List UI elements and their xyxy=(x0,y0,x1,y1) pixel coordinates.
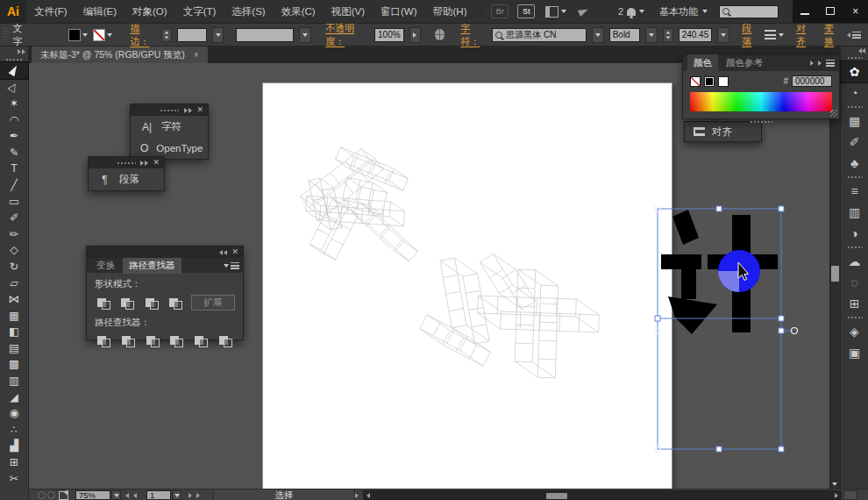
curvature-tool[interactable]: ✎ xyxy=(0,144,28,161)
none-swatch[interactable] xyxy=(690,76,701,87)
arrange-documents-button[interactable] xyxy=(545,6,566,18)
menu-对象(O)[interactable]: 对象(O) xyxy=(125,0,175,23)
transparency-icon[interactable]: ◑ xyxy=(841,223,868,244)
menu-视图(V)[interactable]: 视图(V) xyxy=(324,0,373,23)
opacity-arrow[interactable] xyxy=(409,27,421,43)
bridge-button[interactable]: Br xyxy=(491,4,509,18)
crop-button[interactable] xyxy=(167,333,186,348)
paintbrush-tool[interactable]: ✐ xyxy=(0,209,28,225)
panel-header-icons[interactable] xyxy=(810,60,839,67)
panel-collapse-icon[interactable] xyxy=(847,32,861,39)
close-button[interactable]: × xyxy=(845,5,866,18)
artboard-navigation[interactable]: 1 xyxy=(146,489,181,500)
align-link[interactable]: 对齐 xyxy=(796,22,814,48)
exclude-button[interactable] xyxy=(167,296,184,311)
swatches-icon[interactable]: ▦ xyxy=(841,111,868,132)
scroll-left-arrow[interactable] xyxy=(366,493,370,498)
character-item[interactable]: A|字符 xyxy=(131,116,208,138)
blend-tool[interactable]: ◉ xyxy=(0,404,28,421)
perspective-grid-tool[interactable]: ▤ xyxy=(0,339,28,356)
notifications-button[interactable]: 2 xyxy=(618,6,644,17)
maximize-button[interactable] xyxy=(820,5,841,18)
character-link[interactable]: 字符： xyxy=(460,22,487,48)
artboard-tool[interactable]: ⊞ xyxy=(0,454,28,470)
rectangle-tool[interactable]: ▭ xyxy=(0,193,28,210)
selection-box[interactable] xyxy=(655,206,798,452)
selection-tool[interactable] xyxy=(0,62,28,79)
tab-变换[interactable]: 变换 xyxy=(90,258,121,274)
font-style-dropdown[interactable] xyxy=(645,27,658,43)
stock-button[interactable]: St xyxy=(517,4,535,18)
line-segment-tool[interactable]: ╱ xyxy=(0,176,28,193)
font-size-field[interactable]: 240.45 xyxy=(679,28,713,42)
trim-button[interactable] xyxy=(119,333,138,348)
free-transform-tool[interactable]: ▦ xyxy=(0,307,28,324)
selection-handle[interactable] xyxy=(779,316,784,321)
panel-header[interactable]: ✕ xyxy=(89,157,164,168)
artboard-dropdown[interactable] xyxy=(172,490,181,500)
stroke-color-control[interactable] xyxy=(93,29,112,41)
zoom-field[interactable]: 75% xyxy=(75,490,110,500)
menu-帮助(H)[interactable]: 帮助(H) xyxy=(425,0,475,23)
search-input[interactable] xyxy=(719,5,779,18)
direct-selection-tool[interactable]: △ xyxy=(0,79,28,96)
black-swatch[interactable] xyxy=(704,76,715,87)
type-tool[interactable]: T xyxy=(0,161,28,177)
libraries-icon[interactable]: ◌ xyxy=(841,272,868,293)
paragraph-item[interactable]: ¶段落 xyxy=(89,168,164,190)
close-icon[interactable]: ✕ xyxy=(153,159,160,167)
selection-handle[interactable] xyxy=(655,316,660,321)
tab-close-icon[interactable]: × xyxy=(194,50,199,60)
symbol-sprayer-tool[interactable]: ∴ xyxy=(0,421,28,438)
navigator-icon[interactable]: ▣ xyxy=(841,342,868,363)
gradient-icon[interactable]: ▥ xyxy=(841,202,868,223)
color-panel-icon[interactable]: ✿ xyxy=(841,61,868,82)
width-tool[interactable]: ⋈ xyxy=(0,290,28,307)
color-guide-icon[interactable]: ◔ xyxy=(841,82,868,104)
scroll-right-arrow[interactable] xyxy=(835,493,838,498)
layers-icon[interactable]: ◈ xyxy=(841,321,868,342)
paragraph-link[interactable]: 段落 xyxy=(742,22,759,48)
stroke-icon[interactable]: ≡ xyxy=(841,181,868,202)
stroke-link[interactable]: 描边： xyxy=(130,22,156,48)
artboard-number-field[interactable]: 1 xyxy=(146,490,171,500)
divide-button[interactable] xyxy=(95,333,113,348)
font-family-dropdown[interactable] xyxy=(592,27,604,43)
scroll-down-arrow[interactable] xyxy=(832,482,837,486)
selection-handle[interactable] xyxy=(779,206,784,211)
vertical-scrollbar-thumb[interactable] xyxy=(831,266,839,282)
selection-handle[interactable] xyxy=(716,206,722,211)
menu-文字(T)[interactable]: 文字(T) xyxy=(175,0,224,23)
stroke-weight-stepper[interactable] xyxy=(161,28,172,42)
pencil-tool[interactable]: ✏ xyxy=(0,225,28,242)
slice-tool[interactable]: ✂ xyxy=(0,470,28,487)
scale-tool[interactable]: ▱ xyxy=(0,275,28,291)
stroke-weight-dropdown[interactable] xyxy=(212,27,224,43)
stroke-weight-field[interactable] xyxy=(177,28,206,42)
document-tab[interactable]: 未标题-3* @ 75% (RGB/GPU 预览) × xyxy=(32,46,208,63)
tab-颜色[interactable]: 颜色 xyxy=(687,54,718,72)
view-mode-icons[interactable] xyxy=(38,489,55,500)
brushes-icon[interactable]: ✐ xyxy=(841,132,868,153)
close-icon[interactable]: ✕ xyxy=(196,106,203,114)
unite-button[interactable] xyxy=(95,296,112,311)
workspace-switcher[interactable]: 基本功能 xyxy=(659,5,708,18)
panel-resize-grip[interactable] xyxy=(830,110,837,117)
zoom-dropdown[interactable] xyxy=(111,490,121,500)
font-family-field[interactable]: 思源黑体 CN xyxy=(492,28,587,42)
intersect-button[interactable] xyxy=(143,296,160,311)
font-size-dropdown[interactable] xyxy=(717,27,729,43)
minus-back-button[interactable] xyxy=(217,333,235,348)
paragraph-align-control[interactable] xyxy=(765,30,784,39)
lasso-tool[interactable]: ◠ xyxy=(0,111,28,128)
tab-颜色参考[interactable]: 颜色参考 xyxy=(720,54,769,72)
opacity-link[interactable]: 不透明度： xyxy=(325,22,369,48)
mesh-tool[interactable]: ▩ xyxy=(0,356,28,373)
shape-builder-tool[interactable]: ◧ xyxy=(0,324,28,340)
horizontal-scrollbar-thumb[interactable] xyxy=(546,493,567,499)
menu-窗口(W)[interactable]: 窗口(W) xyxy=(373,0,425,23)
panel-menu-icon[interactable] xyxy=(224,262,239,269)
menu-选择(S)[interactable]: 选择(S) xyxy=(224,0,273,23)
selection-handle[interactable] xyxy=(716,446,722,452)
rotate-tool[interactable]: ↻ xyxy=(0,258,28,275)
